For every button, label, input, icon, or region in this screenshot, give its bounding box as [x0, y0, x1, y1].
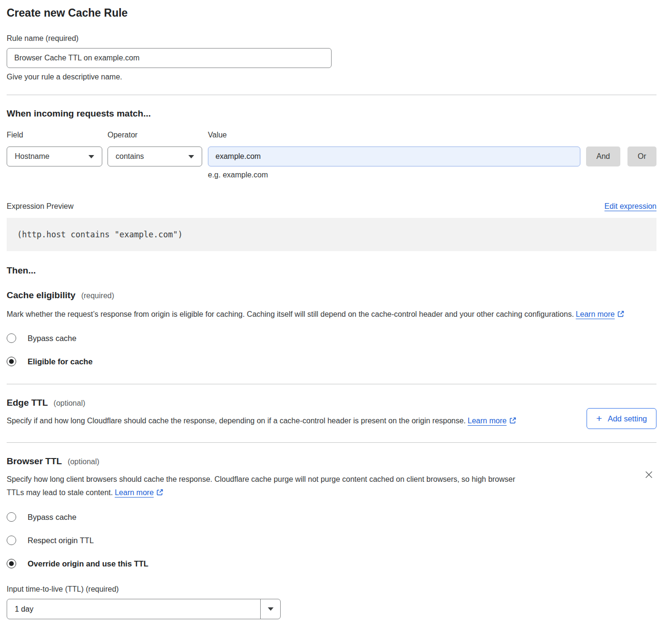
and-button[interactable]: And — [586, 146, 620, 166]
radio-checked-icon[interactable] — [7, 357, 16, 366]
radio-label: Bypass cache — [28, 512, 77, 522]
ttl-select[interactable]: 1 day — [7, 599, 281, 619]
expression-preview-row: Expression Preview Edit expression — [7, 201, 656, 212]
expression-preview-label: Expression Preview — [7, 201, 74, 212]
browser-ttl-heading: Browser TTL (optional) — [7, 456, 656, 467]
operator-select-value: contains — [116, 152, 144, 161]
radio-label: Eligible for cache — [28, 357, 93, 366]
rule-name-input[interactable] — [7, 48, 332, 68]
radio-label: Bypass cache — [28, 333, 77, 343]
radio-unchecked-icon[interactable] — [7, 512, 16, 522]
cache-eligibility-description: Mark whether the request’s response from… — [7, 308, 644, 322]
divider — [7, 384, 656, 384]
browser-ttl-optional-badge: (optional) — [68, 458, 99, 466]
cache-eligibility-option-eligible[interactable]: Eligible for cache — [7, 357, 656, 366]
cache-eligibility-title: Cache eligibility — [7, 290, 76, 301]
close-icon[interactable] — [643, 469, 655, 481]
criteria-row: Hostname contains And Or — [7, 146, 656, 166]
browser-ttl-title: Browser TTL — [7, 456, 62, 467]
edge-ttl-heading: Edge TTL (optional) + Add setting — [7, 397, 656, 409]
browser-ttl-option-override[interactable]: Override origin and use this TTL — [7, 559, 656, 568]
browser-ttl-section: Browser TTL (optional) Specify how long … — [7, 456, 656, 619]
field-select-value: Hostname — [15, 152, 49, 161]
or-button[interactable]: Or — [627, 146, 656, 166]
rule-name-helper: Give your rule a descriptive name. — [7, 72, 656, 82]
radio-unchecked-icon[interactable] — [7, 333, 16, 343]
radio-label: Override origin and use this TTL — [28, 559, 148, 568]
cache-eligibility-heading: Cache eligibility (required) — [7, 290, 656, 301]
chevron-down-icon — [188, 155, 194, 158]
expression-code-block: (http.host contains "example.com") — [7, 218, 656, 251]
rule-name-label: Rule name (required) — [7, 33, 656, 44]
criteria-labels: Field Operator Value — [7, 130, 656, 140]
edge-ttl-description: Specify if and how long Cloudflare shoul… — [7, 414, 525, 429]
edge-ttl-optional-badge: (optional) — [54, 399, 86, 408]
chevron-down-icon — [88, 155, 94, 158]
plus-icon: + — [596, 413, 602, 423]
match-section-heading: When incoming requests match... — [7, 108, 656, 119]
cache-eligibility-learn-more-link[interactable]: Learn more — [576, 310, 615, 318]
page-title: Create new Cache Rule — [7, 6, 656, 20]
edge-ttl-section: Edge TTL (optional) + Add setting Specif… — [7, 397, 656, 429]
operator-label: Operator — [108, 130, 208, 140]
cache-eligibility-description-text: Mark whether the request’s response from… — [7, 310, 574, 318]
external-link-icon — [156, 487, 164, 500]
browser-ttl-description: Specify how long client browsers should … — [7, 473, 525, 500]
value-label: Value — [208, 130, 227, 140]
external-link-icon — [617, 309, 625, 322]
edge-ttl-description-text: Specify if and how long Cloudflare shoul… — [7, 417, 466, 425]
browser-ttl-description-text: Specify how long client browsers should … — [7, 475, 515, 497]
divider — [7, 442, 656, 443]
edge-ttl-learn-more-link[interactable]: Learn more — [468, 417, 507, 425]
cache-eligibility-option-bypass[interactable]: Bypass cache — [7, 333, 656, 343]
add-setting-label: Add setting — [607, 414, 647, 423]
field-label: Field — [7, 130, 108, 140]
value-input[interactable] — [208, 146, 580, 166]
then-heading: Then... — [7, 265, 656, 276]
radio-unchecked-icon[interactable] — [7, 536, 16, 545]
chevron-down-icon[interactable] — [260, 599, 280, 619]
browser-ttl-learn-more-link[interactable]: Learn more — [115, 488, 154, 497]
field-select[interactable]: Hostname — [7, 146, 102, 166]
edit-expression-link[interactable]: Edit expression — [605, 202, 656, 211]
divider — [7, 95, 656, 95]
external-link-icon — [509, 415, 517, 429]
cache-eligibility-required-badge: (required) — [81, 292, 114, 300]
edge-ttl-title: Edge TTL — [7, 397, 48, 409]
add-setting-button[interactable]: + Add setting — [587, 408, 656, 429]
operator-select[interactable]: contains — [108, 146, 202, 166]
ttl-input-label: Input time-to-live (TTL) (required) — [7, 584, 656, 595]
ttl-select-value: 1 day — [7, 599, 260, 619]
browser-ttl-option-bypass[interactable]: Bypass cache — [7, 512, 656, 522]
value-helper: e.g. example.com — [208, 170, 656, 180]
browser-ttl-option-respect-origin[interactable]: Respect origin TTL — [7, 536, 656, 545]
radio-label: Respect origin TTL — [28, 536, 94, 545]
radio-checked-icon[interactable] — [7, 559, 16, 568]
caret-glyph — [268, 607, 274, 611]
